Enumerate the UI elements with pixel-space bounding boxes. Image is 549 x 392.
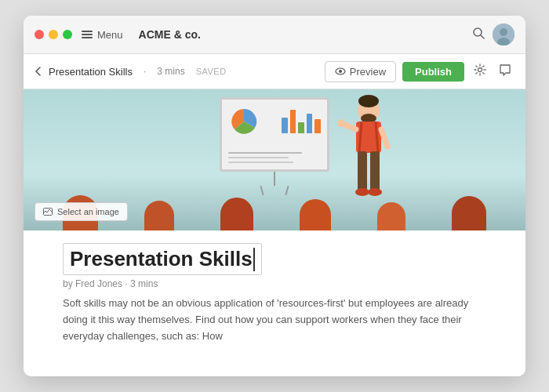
app-name: ACME & co. [139, 28, 201, 41]
menu-label: Menu [97, 29, 123, 41]
publish-button[interactable]: Publish [402, 62, 464, 82]
svg-point-11 [358, 95, 379, 107]
search-icon[interactable] [472, 27, 485, 42]
title-bar-actions [472, 24, 514, 45]
line-1 [228, 152, 302, 154]
breadcrumb-time: · [144, 66, 146, 77]
hero-image-area: Select an image [24, 89, 525, 230]
article-body: Soft skills may not be an obvious applic… [63, 296, 486, 344]
preview-button[interactable]: Preview [325, 61, 396, 82]
saved-badge: SAVED [196, 67, 227, 76]
article-title-wrapper: Presentation Skills [63, 243, 486, 275]
minimize-button[interactable] [49, 30, 58, 39]
bar-chart [282, 106, 321, 133]
toolbar-right: Preview Publish [325, 60, 514, 82]
comment-icon[interactable] [496, 60, 514, 82]
avatar[interactable] [493, 24, 514, 45]
menu-area[interactable]: Menu [82, 29, 123, 41]
bar-1 [282, 118, 288, 133]
close-button[interactable] [35, 30, 44, 39]
gear-icon[interactable] [471, 60, 489, 82]
maximize-button[interactable] [63, 30, 72, 39]
board-lines [228, 152, 321, 163]
bar-2 [290, 110, 296, 133]
back-button[interactable] [35, 67, 41, 76]
svg-line-20 [381, 129, 387, 147]
audience-member-5 [377, 202, 405, 230]
breadcrumb-duration: 3 mins [157, 66, 184, 77]
audience-member-4 [300, 199, 331, 230]
breadcrumb-title: Presentation Skills [49, 66, 133, 78]
svg-point-6 [339, 70, 342, 73]
article-meta: by Fred Jones · 3 mins [63, 278, 486, 289]
select-image-label: Select an image [57, 207, 119, 216]
svg-line-1 [481, 35, 484, 38]
presentation-board [220, 97, 329, 195]
svg-point-7 [478, 68, 482, 72]
svg-point-3 [500, 28, 507, 36]
article-title-box[interactable]: Presentation Skills [63, 243, 262, 275]
audience-member-3 [220, 198, 253, 230]
audience-member-2 [144, 201, 174, 230]
hamburger-icon[interactable] [82, 31, 93, 38]
select-image-button[interactable]: Select an image [35, 202, 128, 221]
svg-point-21 [337, 119, 345, 127]
article-title[interactable]: Presentation Skills [70, 247, 253, 271]
title-cursor [253, 248, 255, 271]
board-frame [220, 97, 329, 172]
pie-chart [228, 106, 260, 137]
content-area: Presentation Skills by Fred Jones · 3 mi… [24, 230, 525, 376]
title-bar: Menu ACME & co. [24, 16, 525, 54]
bar-5 [314, 119, 321, 133]
traffic-lights [35, 30, 72, 39]
line-2 [228, 157, 289, 158]
line-3 [228, 162, 293, 163]
bar-4 [307, 114, 313, 133]
audience-member-6 [452, 196, 486, 230]
app-window: Menu ACME & co. [24, 16, 525, 376]
bar-3 [298, 122, 304, 133]
toolbar: Presentation Skills · 3 mins SAVED Previ… [24, 54, 525, 89]
